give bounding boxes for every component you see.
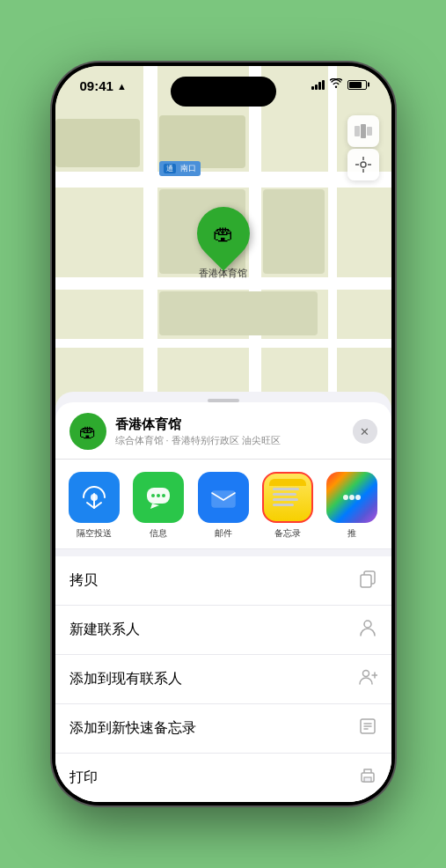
add-existing-label: 添加到现有联系人	[69, 670, 182, 688]
person-add-icon	[358, 667, 377, 691]
action-new-contact[interactable]: 新建联系人	[55, 606, 391, 655]
svg-point-3	[361, 162, 366, 167]
notes-label: 备忘录	[274, 527, 301, 540]
svg-rect-1	[361, 124, 366, 138]
print-label: 打印	[69, 769, 98, 787]
new-contact-label: 新建联系人	[69, 621, 140, 639]
mail-icon	[198, 472, 249, 523]
print-icon	[358, 766, 377, 790]
share-item-airdrop[interactable]: 隔空投送	[66, 472, 123, 540]
map-type-button[interactable]	[347, 115, 379, 147]
svg-rect-19	[361, 575, 371, 587]
wifi-icon	[330, 78, 342, 91]
share-row: 隔空投送 信息	[55, 460, 391, 549]
svg-point-13	[162, 494, 165, 497]
location-arrow-icon: ▲	[117, 81, 127, 92]
close-icon: ✕	[360, 425, 369, 438]
airdrop-label: 隔空投送	[77, 527, 112, 540]
svg-point-20	[364, 621, 371, 628]
share-item-mail[interactable]: 邮件	[194, 472, 252, 540]
add-quick-note-label: 添加到新快速备忘录	[69, 719, 196, 738]
action-list: 拷贝 新建联系人	[55, 556, 391, 802]
svg-point-16	[349, 495, 355, 500]
svg-rect-14	[212, 491, 235, 507]
svg-point-11	[151, 494, 155, 497]
status-icons	[311, 78, 367, 91]
svg-rect-2	[367, 127, 372, 136]
more-label: 推	[347, 527, 356, 540]
pin-circle: 🏟	[186, 196, 260, 271]
location-pin: 🏟 香港体育馆	[197, 207, 250, 280]
svg-point-15	[343, 495, 348, 500]
share-item-messages[interactable]: 信息	[130, 472, 187, 540]
road-label: 通 南口	[159, 161, 201, 176]
action-copy[interactable]: 拷贝	[55, 556, 391, 606]
copy-icon	[358, 569, 377, 592]
time-label: 09:41	[80, 78, 113, 93]
copy-label: 拷贝	[69, 571, 98, 590]
action-add-existing-contact[interactable]: 添加到现有联系人	[55, 655, 391, 704]
battery-icon	[347, 80, 367, 90]
share-item-more[interactable]: 推	[323, 472, 380, 540]
notes-icon	[262, 472, 313, 523]
bottom-sheet: 🏟 香港体育馆 综合体育馆 · 香港特别行政区 油尖旺区 ✕	[55, 392, 391, 802]
close-button[interactable]: ✕	[353, 419, 377, 444]
svg-rect-0	[355, 126, 360, 136]
svg-point-17	[355, 495, 361, 500]
location-icon: 🏟	[69, 413, 106, 450]
action-print[interactable]: 打印	[55, 754, 391, 802]
status-time: 09:41 ▲	[80, 78, 127, 93]
note-icon	[358, 717, 377, 740]
phone-screen: 09:41 ▲	[55, 66, 391, 802]
location-info: 香港体育馆 综合体育馆 · 香港特别行政区 油尖旺区	[115, 416, 353, 447]
svg-point-21	[362, 671, 369, 677]
svg-point-12	[157, 494, 160, 497]
phone-frame: 09:41 ▲	[52, 63, 395, 805]
airdrop-icon	[69, 472, 120, 523]
share-item-notes[interactable]: 备忘录	[259, 472, 316, 540]
map-controls	[347, 115, 379, 180]
svg-rect-29	[364, 777, 371, 782]
messages-icon	[133, 472, 184, 523]
more-icon	[326, 472, 377, 523]
messages-label: 信息	[150, 527, 167, 540]
location-subtitle: 综合体育馆 · 香港特别行政区 油尖旺区	[115, 434, 353, 447]
pin-icon: 🏟	[213, 221, 234, 246]
mail-label: 邮件	[215, 527, 232, 540]
person-icon	[358, 618, 377, 642]
location-header: 🏟 香港体育馆 综合体育馆 · 香港特别行政区 油尖旺区 ✕	[55, 402, 391, 460]
dynamic-island	[171, 77, 276, 107]
action-add-quick-note[interactable]: 添加到新快速备忘录	[55, 704, 391, 754]
map-area[interactable]: 通 南口	[55, 66, 391, 436]
signal-icon	[311, 80, 325, 90]
location-name: 香港体育馆	[115, 416, 353, 433]
location-button[interactable]	[347, 149, 379, 180]
